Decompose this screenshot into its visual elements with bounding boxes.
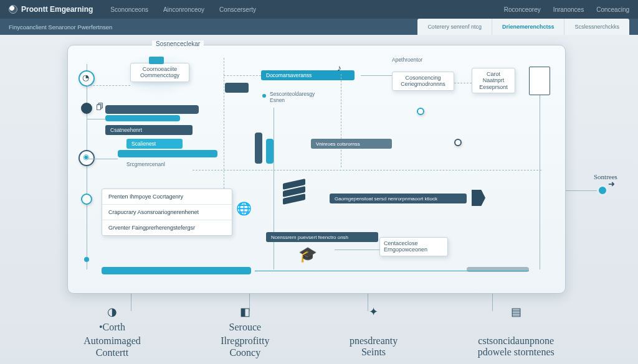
- mini-node-2-icon: [454, 139, 462, 146]
- category-1[interactable]: ◑ •Corth Automimaged Contertt: [83, 304, 141, 358]
- category-4[interactable]: ▤ cstsoncidaunpnone pdowele storntenes: [478, 304, 555, 358]
- cat-4-line3: pdowele storntenes: [478, 347, 555, 358]
- cat-3-line3: Seints: [350, 347, 398, 358]
- cat-1-icon: ◑: [107, 305, 117, 319]
- cat-2-line3: Cooncy: [221, 347, 269, 358]
- top-nav-bar: Proontt Emgearning Scononceons Ainconron…: [0, 0, 638, 19]
- cat-3-spacer: [350, 322, 398, 333]
- cat-2-icon: ◧: [240, 305, 250, 319]
- card-right-2[interactable]: Carot Naatnprt Eeseprsont: [472, 68, 515, 93]
- nav-right-3[interactable]: Conceacing: [596, 6, 629, 13]
- flow-bar-1: [105, 105, 199, 114]
- card-badge-icon: [149, 57, 164, 64]
- panel-title: Sosnenceclekar: [152, 40, 204, 47]
- gate-icon: [472, 190, 485, 206]
- stage: ➜ Sontrees Sosnenceclekar ◔ ◉ Coornoeaci…: [0, 35, 638, 364]
- rail-node-2-icon: [81, 103, 92, 114]
- mid-tag: [225, 83, 249, 93]
- cat-4-spacer: [478, 322, 555, 333]
- note-top: Sesconteoldaresgy Esnen: [270, 91, 315, 103]
- pill-lower: Ncenssrem puevsert feenctro onsh: [266, 232, 378, 242]
- mid-rail-2: [341, 74, 341, 167]
- pipe-2: [266, 139, 274, 164]
- list-item[interactable]: Crapucrary Asonsroariognerenhenet: [102, 205, 232, 220]
- divider-dash: [193, 170, 541, 170]
- cat-2-line2: Ilregprofitty: [221, 335, 269, 347]
- nav-right-1[interactable]: Roconceorey: [504, 6, 541, 13]
- conn-right-2: [454, 83, 472, 83]
- rail-node-4-icon: [81, 194, 92, 205]
- nav-right-2[interactable]: Inranonces: [553, 6, 584, 13]
- center-rail: [274, 108, 274, 269]
- gauge-icon: ◔: [82, 73, 89, 82]
- primary-nav: Scononceons Ainconronceoy Conscerserty: [110, 6, 256, 13]
- cat-3-icon: ✦: [369, 305, 378, 319]
- arrow-icon: ➜: [608, 179, 615, 189]
- cat-1-line3: Contertt: [83, 347, 141, 358]
- cat-4-line2: cstsoncidaunpnone: [478, 335, 555, 347]
- conn-to-pill: [224, 75, 261, 76]
- sources-node-icon: [597, 185, 608, 196]
- tab-3[interactable]: Scslessnerchckks: [564, 19, 629, 35]
- sources-label: Sontrees: [594, 173, 617, 180]
- pill-mid-left-text: Scalienest: [131, 141, 156, 147]
- list-item[interactable]: Prenten Ihmpoye Cocrtagenry: [102, 189, 232, 205]
- pill-top-center-text: Docomarsaveranss: [266, 72, 312, 78]
- card-lower[interactable]: Centaceclose Erngopowceonen: [379, 237, 448, 256]
- sub-nav-bar: Finycoanclient Senaronor Pwerfertnsen Co…: [0, 19, 638, 35]
- list-item[interactable]: Grventer Faingprerherengstefergsr: [102, 220, 232, 235]
- tab-2[interactable]: Drienemerenchctss: [492, 19, 565, 35]
- cat-4-icon: ▤: [511, 305, 521, 319]
- nav-item-3[interactable]: Conscerserty: [219, 6, 256, 13]
- cat-2-line1: Serouce: [221, 322, 269, 333]
- tag-long: Gaomgepenstoat sersd nenrorpnmaoort ktio…: [330, 194, 467, 203]
- pill-mid-left: Scalienest: [126, 139, 183, 149]
- left-rail: [87, 64, 87, 269]
- card-right-1[interactable]: Cosoncencing Ceriegmodronnns: [392, 72, 454, 91]
- label-right-top: Apethroentor: [392, 57, 422, 63]
- nav-item-1[interactable]: Scononceons: [110, 6, 148, 13]
- globe-icon: 🌐: [236, 201, 252, 216]
- conn-lower: [335, 250, 379, 250]
- tag-consumers: Vninroes cotsrornss: [311, 139, 392, 149]
- cat-1-line2: Automimaged: [83, 335, 141, 347]
- bottom-connector: [255, 271, 529, 271]
- nav-item-2[interactable]: Ainconronceoy: [163, 6, 204, 13]
- architecture-panel: Sosnenceclekar ◔ ◉ Coornoeaciite Oommenc…: [67, 45, 566, 294]
- h-conn-3: [87, 159, 118, 159]
- h-conn-1: [87, 85, 130, 86]
- category-3[interactable]: ✦ pnesdreanty Seints: [350, 304, 398, 358]
- tag-long-text: Gaomgepenstoat sersd nenrorpnmaoort ktio…: [335, 196, 437, 202]
- tab-1[interactable]: Coterery senrenf ntcg: [417, 19, 492, 35]
- brand-name: Proontt Emgearning: [21, 5, 93, 14]
- cat-1-line1: •Corth: [83, 322, 141, 333]
- category-row: ◑ •Corth Automimaged Contertt ◧ Serouce …: [0, 296, 638, 364]
- card-orchestrator[interactable]: Coornoeaciite Oommencctogy: [130, 63, 189, 82]
- requirements-list[interactable]: Prenten Ihmpoye Cocrtagenry Crapucrary A…: [102, 189, 232, 236]
- category-2[interactable]: ◧ Serouce Ilregprofitty Cooncy: [221, 304, 269, 358]
- flow-bar-2: [118, 150, 217, 157]
- tag-consumers-text: Vninroes cotsrornss: [316, 141, 360, 147]
- flow-bar-1b: [105, 115, 180, 121]
- music-icon: ♪: [337, 63, 341, 73]
- context-tabs: Coterery senrenf ntcg Drienemerenchctss …: [417, 19, 629, 35]
- doc-icon: [529, 67, 550, 95]
- graduate-icon: 🎓: [298, 246, 317, 263]
- pill-lower-text: Ncenssrem puevsert feenctro onsh: [271, 235, 348, 240]
- stack-icon: [283, 181, 305, 206]
- tag-mid-left: Srcgmenrcenanl: [126, 161, 165, 167]
- flow-label-1-text: Csatneehenrt: [110, 127, 142, 133]
- cup-icon: 🗍: [96, 103, 103, 111]
- secondary-nav: Roconceorey Inranonces Conceacing: [504, 6, 629, 13]
- bottom-bar-teal: [102, 267, 251, 274]
- mid-rail-1: [224, 58, 224, 189]
- bullet-icon: [262, 94, 266, 98]
- cat-3-line2: pnesdreanty: [350, 335, 398, 347]
- right-rail: [540, 95, 540, 269]
- brand[interactable]: Proontt Emgearning: [9, 5, 93, 14]
- sources-connector: [566, 190, 601, 191]
- breadcrumb: Finycoanclient Senaronor Pwerfertnsen: [9, 24, 112, 30]
- rail-node-5-icon: [84, 257, 89, 262]
- brand-logo-icon: [9, 5, 17, 14]
- pipe-1: [255, 133, 262, 164]
